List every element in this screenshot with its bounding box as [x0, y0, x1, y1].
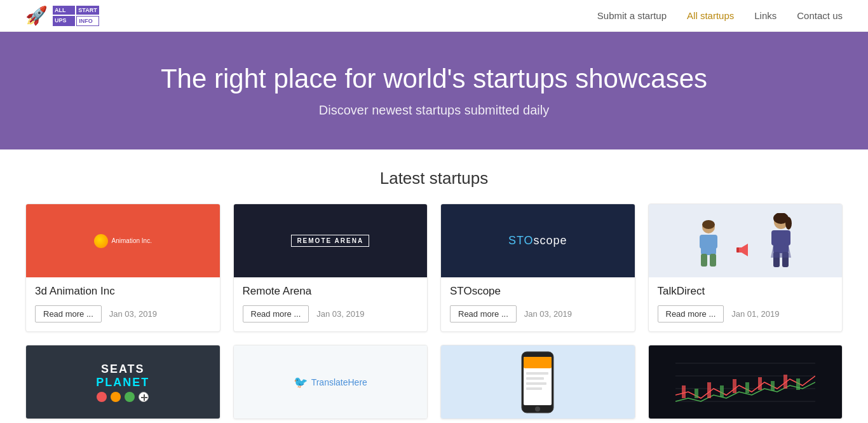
card-mobile-app: [440, 345, 635, 419]
card-title-remote-arena: Remote Arena: [243, 285, 419, 298]
animation-icon: [94, 234, 108, 248]
svg-marker-7: [738, 244, 748, 256]
svg-point-17: [785, 217, 792, 230]
dot-plus: [139, 392, 149, 402]
svg-rect-25: [526, 382, 546, 385]
svg-rect-33: [695, 389, 698, 398]
megaphone-icon: [735, 241, 753, 259]
card-date-talkdirect: Jan 01, 2019: [731, 309, 779, 319]
logo-text-grid: ALL START UPS INFO: [53, 6, 99, 26]
talkdirect-figures: [695, 213, 796, 269]
svg-rect-35: [720, 385, 724, 397]
hero-subheadline: Discover newest startups submitted daily: [13, 103, 855, 118]
svg-rect-38: [758, 377, 762, 390]
seats-text-bottom: PLANET: [96, 376, 149, 389]
svg-rect-40: [783, 375, 787, 389]
logo-cell-start: START: [76, 6, 98, 15]
cards-row-2: SEATS PLANET 🐦 Tran: [25, 345, 843, 419]
hero-section: The right place for world's startups sho…: [0, 32, 868, 149]
card-talkdirect: TalkDirect Read more ... Jan 01, 2019: [648, 204, 843, 332]
dot-red: [97, 392, 107, 402]
card-title-stoscope: STOscope: [450, 285, 626, 298]
read-more-remote-arena[interactable]: Read more ...: [243, 305, 309, 322]
seats-text-top: SEATS: [96, 363, 149, 376]
card-remote-arena: REMOTE ARENA Remote Arena Read more ... …: [233, 204, 428, 332]
seats-icons-row: [96, 392, 149, 402]
svg-rect-23: [526, 372, 548, 375]
card-footer-remote-arena: Read more ... Jan 03, 2019: [243, 305, 419, 322]
svg-point-27: [535, 406, 540, 412]
card-body-talkdirect: TalkDirect Read more ... Jan 01, 2019: [649, 277, 843, 331]
nav-all-startups[interactable]: All startups: [687, 10, 734, 21]
chart-visualization: [675, 350, 815, 414]
translate-bird-icon: 🐦: [294, 375, 308, 389]
animation-logo-text: Animation Inc.: [112, 237, 152, 244]
logo-cell-ups: UPS: [53, 16, 75, 26]
main-content: Latest startups Animation Inc. 3d Animat…: [0, 149, 868, 423]
card-trading-platform: [648, 345, 843, 419]
seats-planet-logo: SEATS PLANET: [96, 363, 149, 402]
svg-rect-22: [524, 357, 552, 368]
card-image-translatehere: 🐦 TranslateHere: [234, 345, 428, 419]
card-image-trading-platform: [649, 345, 843, 419]
svg-rect-26: [526, 387, 542, 390]
logo-cell-all: ALL: [53, 6, 75, 15]
main-nav: Submit a startup All startups Links Cont…: [597, 10, 843, 21]
svg-rect-12: [784, 230, 790, 246]
svg-rect-5: [710, 254, 716, 267]
svg-marker-15: [771, 245, 791, 258]
card-body-remote-arena: Remote Arena Read more ... Jan 03, 2019: [234, 277, 428, 331]
svg-rect-32: [682, 385, 686, 398]
card-image-mobile-app: [441, 345, 635, 419]
animation-logo: Animation Inc.: [94, 234, 152, 248]
read-more-talkdirect[interactable]: Read more ...: [658, 305, 724, 322]
dot-green: [125, 392, 135, 402]
svg-rect-37: [745, 382, 749, 393]
card-date-remote-arena: Jan 03, 2019: [316, 309, 364, 319]
translate-logo-text: TranslateHere: [311, 377, 367, 387]
svg-rect-39: [771, 381, 775, 391]
card-3d-animation: Animation Inc. 3d Animation Inc Read mor…: [25, 204, 220, 332]
nav-submit-startup[interactable]: Submit a startup: [597, 10, 667, 21]
card-body-3d-animation: 3d Animation Inc Read more ... Jan 03, 2…: [26, 277, 220, 331]
card-image-stoscope: STOscope: [441, 204, 635, 277]
card-footer-talkdirect: Read more ... Jan 01, 2019: [658, 305, 834, 322]
cards-row-1: Animation Inc. 3d Animation Inc Read mor…: [25, 204, 843, 332]
rocket-icon: 🚀: [25, 5, 48, 26]
translatehere-logo: 🐦 TranslateHere: [294, 375, 367, 389]
card-date-3d-animation: Jan 03, 2019: [109, 309, 157, 319]
stoscope-logo: STOscope: [508, 234, 567, 247]
hero-headline: The right place for world's startups sho…: [13, 64, 855, 94]
card-image-3d-animation: Animation Inc.: [26, 204, 220, 277]
svg-rect-34: [707, 382, 711, 398]
card-footer-3d-animation: Read more ... Jan 03, 2019: [35, 305, 211, 322]
card-footer-stoscope: Read more ... Jan 03, 2019: [450, 305, 626, 322]
read-more-stoscope[interactable]: Read more ...: [450, 305, 517, 322]
phone-mockup: [519, 350, 557, 414]
svg-point-6: [702, 220, 715, 229]
card-image-remote-arena: REMOTE ARENA: [234, 204, 428, 277]
svg-rect-8: [736, 247, 739, 253]
svg-rect-36: [733, 379, 736, 393]
card-image-seats-planet: SEATS PLANET: [26, 345, 220, 419]
read-more-3d-animation[interactable]: Read more ...: [35, 305, 102, 322]
svg-rect-2: [700, 235, 706, 249]
logo-cell-info: INFO: [76, 16, 98, 26]
card-date-stoscope: Jan 03, 2019: [524, 309, 572, 319]
section-title: Latest startups: [25, 169, 843, 188]
svg-rect-4: [701, 254, 707, 267]
logo-link[interactable]: 🚀 ALL START UPS INFO: [25, 5, 99, 26]
card-stoscope: STOscope STOscope Read more ... Jan 03, …: [440, 204, 635, 332]
nav-contact[interactable]: Contact us: [797, 10, 843, 21]
card-translatehere: 🐦 TranslateHere: [233, 345, 428, 419]
nav-links[interactable]: Links: [754, 10, 776, 21]
card-seats-planet: SEATS PLANET: [25, 345, 220, 419]
dot-orange: [111, 392, 121, 402]
svg-rect-24: [526, 377, 544, 380]
card-title-talkdirect: TalkDirect: [658, 285, 834, 298]
svg-rect-3: [711, 235, 717, 249]
card-image-talkdirect: [649, 204, 843, 277]
site-header: 🚀 ALL START UPS INFO Submit a startup Al…: [0, 0, 868, 32]
remote-arena-logo: REMOTE ARENA: [291, 235, 369, 247]
svg-rect-11: [771, 230, 778, 246]
